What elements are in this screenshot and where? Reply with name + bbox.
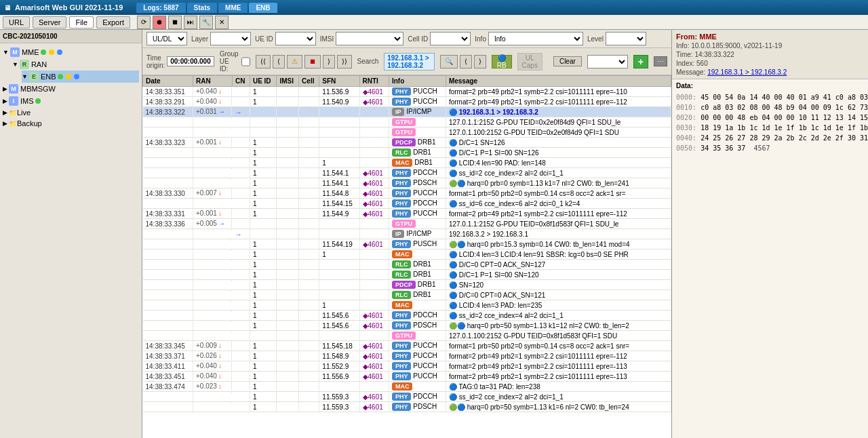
cell-sfn: 11.552.9	[319, 361, 359, 372]
table-row[interactable]: 111.544.1◆4601PHY PDCCH🔵 ss_id=2 cce_ind…	[143, 168, 671, 178]
cell-cell	[299, 402, 319, 412]
table-row[interactable]: 111.544.15◆4601PHY PDCCH🔵 ss_id=6 cce_in…	[143, 199, 671, 209]
level-select[interactable]	[606, 32, 646, 45]
nav-stop[interactable]: ⏹	[304, 55, 321, 68]
title-tab-enb[interactable]: ENB	[249, 3, 277, 13]
clear-select[interactable]	[587, 55, 628, 68]
table-row[interactable]: GTPU127.0.1.100:2152 G-PDU TEID=0x8f1d58…	[143, 331, 671, 341]
table-row[interactable]: 14:38:33.291+0.040↓111.540.9◆4601PHY PUC…	[143, 97, 671, 107]
table-row[interactable]: 14:38:33.336+0.005→GTPU127.0.1.1:2152 G-…	[143, 219, 671, 229]
groupueid-label: Group UE ID:	[220, 50, 239, 73]
search-next[interactable]: ⟩	[474, 55, 486, 68]
sidebar-item-mbmsgw[interactable]: ▶ M MBMSGW	[3, 83, 139, 95]
table-row[interactable]: GTPU127.0.1.100:2152 G-PDU TEID=0x2e0f84…	[143, 127, 671, 138]
add-button[interactable]: +	[633, 55, 648, 68]
table-row[interactable]: 1RLC DRB1🔵 D/C=1 P=1 SI=00 SN=120	[143, 270, 671, 280]
hex-display: 0000: 45 00 54 0a 14 40 00 40 01 a9 41 c…	[676, 92, 864, 153]
table-row[interactable]: 14:38:33.331+0.001↓111.544.9◆4601PHY PUC…	[143, 209, 671, 219]
sidebar-item-ran[interactable]: ▼ R RAN	[12, 58, 139, 71]
table-row[interactable]: 14:38:33.474+0.023↓1MAC🔵 TAG:0 ta=31 PAD…	[143, 382, 671, 392]
cell-cn	[232, 158, 250, 168]
table-row[interactable]: 111.544.1◆4601PHY PDSCH🟢🔵 harq=0 prb=0 s…	[143, 178, 671, 188]
search-btn-1[interactable]: 🔍	[440, 55, 458, 68]
toolbar-btn-3[interactable]: ⏹	[168, 16, 182, 29]
table-row[interactable]: 111.559.3◆4601PHY PDSCH🟢🔵 harq=0 prb=50 …	[143, 402, 671, 412]
toolbar-btn-4[interactable]: ⏭	[184, 16, 197, 29]
toolbar-btn-2[interactable]: ⏺	[153, 16, 166, 29]
menu-export[interactable]: Export	[96, 16, 130, 28]
title-tab-mme[interactable]: MME	[218, 3, 248, 13]
ueid-select[interactable]	[275, 32, 316, 45]
cell-ran: +0.040↓	[193, 87, 232, 96]
cell-ran	[193, 127, 232, 129]
table-row[interactable]: 14:38:33.345+0.009↓111.545.18◆4601PHY PU…	[143, 341, 671, 351]
toolbar-btn-5[interactable]: 🔧	[199, 16, 213, 29]
cell-message: 🔵 ss_id=6 cce_index=6 al=2 dci=0_1 k2=4	[446, 199, 671, 209]
layer-tag: PHY	[392, 311, 412, 319]
table-row[interactable]: 111.545.6◆4601PHY PDCCH🔵 ss_id=2 cce_ind…	[143, 311, 671, 321]
sidebar-item-backup[interactable]: ▶ 📁 Backup	[3, 118, 139, 129]
layer-tag: MAC	[392, 301, 413, 309]
table-row[interactable]: 14:38:33.323+0.001↓1PDCP DRB1🔵 D/C=1 SN=…	[143, 138, 671, 148]
cell-info: PHY PUCCH	[389, 341, 446, 351]
table-row[interactable]: 111.559.3◆4601PHY PDCCH🔵 ss_id=2 cce_ind…	[143, 392, 671, 402]
imsi-select[interactable]	[336, 32, 403, 45]
table-row[interactable]: →IP IP/ICMP192.168.3.2 > 192.168.3.1	[143, 229, 671, 239]
cell-info: MAC	[389, 250, 446, 260]
rp-message-value[interactable]: 192.168.3.1 > 192.168.3.2	[707, 68, 787, 76]
cell-ueid: 1	[250, 392, 276, 402]
menu-file[interactable]: File	[69, 16, 94, 28]
layer-select[interactable]	[210, 32, 251, 45]
table-row[interactable]: 11MAC DRB1🔵 LCID:4 len=90 PAD: len=148	[143, 158, 671, 168]
table-row[interactable]: 14:38:33.330+0.007↓111.544.8◆4601PHY PUC…	[143, 188, 671, 199]
table-row[interactable]: GTPU127.0.1.1:2152 G-PDU TEID=0x2e0f84d9…	[143, 117, 671, 127]
menu-url[interactable]: URL	[3, 16, 30, 28]
table-row[interactable]: 1PDCP DRB1🔵 SN=120	[143, 280, 671, 290]
nav-next[interactable]: ⟩	[323, 55, 335, 68]
rb-button[interactable]: 🔵 RB	[492, 55, 512, 68]
sidebar-item-mme[interactable]: ▼ M MME	[3, 46, 139, 58]
table-row[interactable]: 1RLC DRB1🔵 D/C=0 CPT=0 ACK_SN=121	[143, 290, 671, 300]
table-row[interactable]: 11MAC🔵 LCID:4 len=3 PAD: len=235	[143, 300, 671, 311]
sidebar-item-enb[interactable]: ▼ E ENB	[22, 71, 139, 83]
table-row[interactable]: 14:38:33.371+0.026↓111.548.9◆4601PHY PUC…	[143, 351, 671, 361]
cell-sfn: 11.548.9	[319, 351, 359, 361]
groupueid-checkbox[interactable]	[241, 57, 250, 66]
sidebar-item-live[interactable]: ▶ 📁 Live	[3, 107, 139, 118]
cell-ran	[193, 300, 232, 302]
table-row[interactable]: 1RLC DRB1🔵 D/C=0 CPT=0 ACK_SN=127	[143, 260, 671, 270]
info-select[interactable]: Info	[488, 32, 583, 45]
sidebar-live-label: Live	[17, 108, 31, 117]
toolbar-btn-6[interactable]: ✕	[215, 16, 229, 29]
nav-btns: ⟨⟨ ⟨ ⚠ ⏹ ⟩ ⟩⟩	[256, 55, 352, 68]
nav-last[interactable]: ⟩⟩	[337, 55, 352, 68]
sidebar-item-ims[interactable]: ▶ I IMS	[3, 95, 139, 107]
table-row[interactable]: 111.545.6◆4601PHY PDSCH🟢🔵 harq=0 prb=50 …	[143, 321, 671, 331]
table-row[interactable]: 1RLC DRB1🔵 D/C=1 P=1 SI=00 SN=126	[143, 148, 671, 158]
table-row[interactable]: 111.544.19◆4601PHY PUSCH🟢🔵 harq=0 prb=15…	[143, 239, 671, 250]
cell-rnti	[359, 127, 389, 138]
log-table-wrap[interactable]: Date RAN CN UE ID IMSI Cell SFN RNTI Inf…	[142, 75, 671, 438]
nav-warn[interactable]: ⚠	[287, 55, 302, 68]
table-row[interactable]: 11MAC🔵 LCID:4 len=3 LCID:4 len=91 SBSR: …	[143, 250, 671, 260]
clear-button[interactable]: Clear	[553, 56, 582, 66]
table-row[interactable]: 14:38:33.451+0.040↓111.556.9◆4601PHY PUC…	[143, 372, 671, 382]
more-button[interactable]: ⋯	[654, 56, 667, 66]
nav-prev[interactable]: ⟨	[273, 55, 285, 68]
uldl-select[interactable]: UL/DL UL DL	[146, 32, 187, 45]
table-row[interactable]: 14:38:33.351+0.040↓111.536.9◆4601PHY PUC…	[143, 87, 671, 97]
title-tab-logs[interactable]: Logs: 5887	[136, 3, 185, 13]
cellid-select[interactable]	[430, 32, 471, 45]
table-row[interactable]: 14:38:33.411+0.040↓111.552.9◆4601PHY PUC…	[143, 361, 671, 372]
menu-server[interactable]: Server	[33, 16, 66, 28]
search-prev[interactable]: ⟨	[460, 55, 472, 68]
nav-first[interactable]: ⟨⟨	[256, 55, 271, 68]
table-row[interactable]: 14:38:33.322+0.031→→IP IP/ICMP🔵 192.168.…	[143, 107, 671, 117]
cell-message: format=1 prb=50 prb2=0 symb=0.14 cs=8 oc…	[446, 188, 671, 199]
toolbar-btn-1[interactable]: ⟳	[137, 16, 151, 29]
title-tab-stats[interactable]: Stats	[187, 3, 217, 13]
cell-info: RLC DRB1	[389, 260, 446, 270]
cell-ran	[193, 239, 232, 241]
cell-message: 🔵 D/C=1 SN=126	[446, 138, 671, 148]
layer-tag: PHY	[392, 342, 412, 350]
